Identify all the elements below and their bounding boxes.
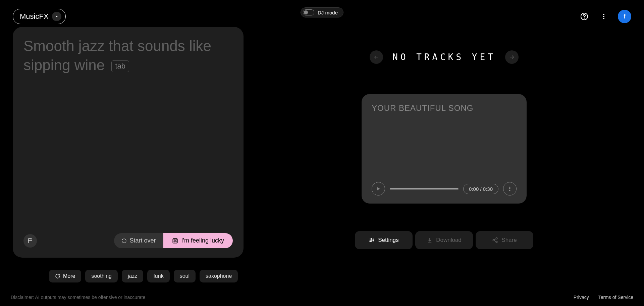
dj-mode-toggle[interactable]: DJ mode <box>301 7 343 17</box>
start-over-button[interactable]: Start over <box>114 233 163 248</box>
next-track-button[interactable] <box>505 50 519 64</box>
dj-mode-label: DJ mode <box>318 10 338 15</box>
share-button[interactable]: Share <box>476 231 533 249</box>
svg-point-1 <box>584 18 585 19</box>
app-switcher[interactable]: MusicFX <box>13 9 66 24</box>
avatar[interactable]: f <box>618 10 631 23</box>
disclaimer-text: Disclaimer: AI outputs may sometimes be … <box>11 295 145 300</box>
arrow-left-icon <box>373 54 379 60</box>
svg-point-16 <box>373 240 374 241</box>
svg-point-12 <box>509 188 511 189</box>
track-card: YOUR BEAUTIFUL SONG 0:00 / 0:30 <box>362 94 527 204</box>
help-button[interactable] <box>579 11 590 22</box>
more-vert-icon <box>600 13 607 20</box>
svg-point-14 <box>370 241 371 242</box>
settings-button[interactable]: Settings <box>355 231 413 249</box>
chip-item[interactable]: funk <box>147 270 169 282</box>
chip-item[interactable]: soul <box>174 270 196 282</box>
chip-item[interactable]: saxophone <box>200 270 238 282</box>
refresh-icon <box>121 238 127 244</box>
svg-point-7 <box>175 239 176 240</box>
more-vert-icon <box>507 186 513 191</box>
track-more-button[interactable] <box>503 182 517 195</box>
flag-button[interactable] <box>23 234 37 248</box>
dice-icon <box>172 238 178 244</box>
more-chip[interactable]: More <box>49 270 81 282</box>
svg-point-8 <box>174 240 175 241</box>
toggle-track <box>303 9 314 15</box>
prompt-box[interactable]: Smooth jazz that sounds like sipping win… <box>13 27 244 258</box>
svg-point-2 <box>603 14 604 15</box>
more-button[interactable] <box>598 11 609 22</box>
svg-point-17 <box>496 238 498 239</box>
time-display: 0:00 / 0:30 <box>463 184 498 194</box>
share-icon <box>492 237 498 243</box>
progress-bar[interactable] <box>390 188 459 189</box>
tab-hint-badge: tab <box>111 60 129 72</box>
suggestion-chips: More soothing jazz funk soul saxophone <box>13 270 244 282</box>
arrow-right-icon <box>509 54 515 60</box>
svg-point-6 <box>173 239 174 240</box>
svg-point-18 <box>493 239 495 241</box>
chip-item[interactable]: soothing <box>85 270 118 282</box>
svg-point-15 <box>371 239 372 240</box>
svg-point-13 <box>509 190 511 191</box>
toggle-knob <box>304 10 308 14</box>
flag-icon <box>27 238 33 244</box>
help-icon <box>580 12 588 20</box>
prev-track-button[interactable] <box>370 50 383 64</box>
svg-point-19 <box>496 241 498 243</box>
avatar-letter: f <box>624 13 625 20</box>
terms-link[interactable]: Terms of Service <box>598 295 633 300</box>
prompt-placeholder: Smooth jazz that sounds like sipping win… <box>23 36 233 75</box>
play-button[interactable] <box>372 182 385 195</box>
privacy-link[interactable]: Privacy <box>574 295 589 300</box>
svg-point-10 <box>175 241 176 242</box>
download-icon <box>427 237 433 243</box>
play-icon <box>376 186 381 191</box>
chip-item[interactable]: jazz <box>122 270 143 282</box>
refresh-icon <box>55 273 60 279</box>
svg-point-3 <box>603 16 604 17</box>
track-card-title: YOUR BEAUTIFUL SONG <box>372 103 517 113</box>
sliders-icon <box>369 237 375 243</box>
download-button[interactable]: Download <box>415 231 473 249</box>
svg-point-4 <box>603 18 604 19</box>
svg-point-11 <box>509 187 511 188</box>
feeling-lucky-button[interactable]: I'm feeling lucky <box>163 233 233 248</box>
app-name: MusicFX <box>20 12 49 21</box>
chevron-down-icon <box>52 12 61 21</box>
tracks-title: NO TRACKS YET <box>392 52 496 62</box>
svg-point-9 <box>173 241 174 242</box>
